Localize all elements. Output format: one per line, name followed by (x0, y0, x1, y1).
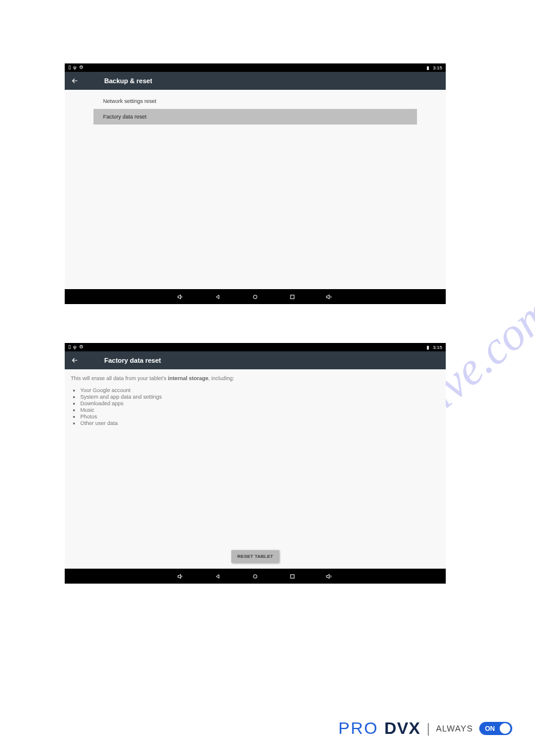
navigation-bar (65, 569, 446, 584)
list-item-factory-reset[interactable]: Factory data reset (93, 109, 417, 125)
recent-square-icon[interactable] (289, 573, 296, 580)
status-bar: ▯ ψ ⚙ ▮ 3:15 (65, 343, 446, 351)
logo-dvx: DVX (384, 719, 421, 738)
usb-icon: ψ (73, 65, 77, 70)
list-item-network-reset[interactable]: Network settings reset (65, 93, 446, 109)
clock-time: 3:15 (433, 65, 442, 71)
logo-pro: PRO (338, 719, 379, 738)
home-circle-icon[interactable] (252, 573, 259, 580)
back-arrow-icon[interactable] (71, 356, 79, 365)
back-triangle-icon[interactable] (214, 573, 222, 580)
document-page: manualshive.com ▯ ψ ⚙ ▮ 3:15 Backup & re… (0, 0, 535, 756)
sd-card-icon: ▯ (68, 345, 71, 350)
volume-up-icon[interactable] (326, 573, 333, 580)
logo-always: ALWAYS (436, 724, 473, 733)
list-item: Your Google account (80, 387, 440, 393)
erase-list: Your Google account System and app data … (80, 387, 440, 426)
volume-up-icon[interactable] (326, 293, 333, 300)
status-icons-left: ▯ ψ ⚙ (68, 345, 83, 350)
volume-down-icon[interactable] (177, 573, 185, 580)
status-bar: ▯ ψ ⚙ ▮ 3:15 (65, 63, 446, 72)
clock-time: 3:15 (433, 345, 442, 350)
intro-text-pre: This will erase all data from your table… (71, 375, 168, 381)
status-icons-right: ▮ 3:15 (427, 345, 442, 350)
list-item: System and app data and settings (80, 394, 440, 400)
page-title: Backup & reset (104, 77, 152, 84)
toggle-knob-icon (500, 723, 510, 734)
settings-gear-icon: ⚙ (79, 345, 83, 350)
content-area: This will erase all data from your table… (65, 369, 446, 569)
usb-icon: ψ (73, 345, 77, 350)
navigation-bar (65, 289, 446, 304)
svg-rect-1 (291, 295, 294, 299)
status-icons-right: ▮ 3:15 (427, 65, 442, 71)
sd-card-icon: ▯ (68, 65, 71, 70)
settings-gear-icon: ⚙ (79, 65, 83, 70)
screenshot-factory-data-reset: ▯ ψ ⚙ ▮ 3:15 Factory data reset This wil… (65, 343, 446, 584)
home-circle-icon[interactable] (252, 293, 259, 300)
back-arrow-icon[interactable] (71, 77, 79, 85)
list-item: Photos (80, 414, 440, 420)
app-bar: Backup & reset (65, 72, 446, 90)
on-label: ON (485, 725, 495, 732)
reset-tablet-button[interactable]: RESET TABLET (231, 550, 279, 563)
back-triangle-icon[interactable] (214, 293, 222, 300)
page-title: Factory data reset (104, 357, 161, 364)
recent-square-icon[interactable] (289, 293, 296, 300)
intro-text-post: , including: (208, 375, 234, 381)
battery-icon: ▮ (427, 65, 429, 71)
screenshot-backup-reset: ▯ ψ ⚙ ▮ 3:15 Backup & reset Network sett… (65, 63, 446, 304)
reset-description: This will erase all data from your table… (65, 369, 446, 426)
svg-rect-3 (291, 575, 294, 578)
list-item: Music (80, 407, 440, 413)
footer-logo: PRO DVX | ALWAYS ON (338, 719, 512, 738)
list-item: Downloaded apps (80, 400, 440, 406)
battery-icon: ▮ (427, 345, 429, 350)
logo-divider: | (427, 721, 430, 736)
on-toggle: ON (479, 722, 513, 735)
volume-down-icon[interactable] (177, 293, 185, 300)
list-item: Other user data (80, 420, 440, 426)
svg-point-2 (253, 575, 257, 578)
status-icons-left: ▯ ψ ⚙ (68, 65, 83, 70)
intro-text-bold: internal storage (168, 375, 208, 381)
app-bar: Factory data reset (65, 351, 446, 369)
content-area: Network settings reset Factory data rese… (65, 90, 446, 289)
svg-point-0 (253, 295, 257, 299)
